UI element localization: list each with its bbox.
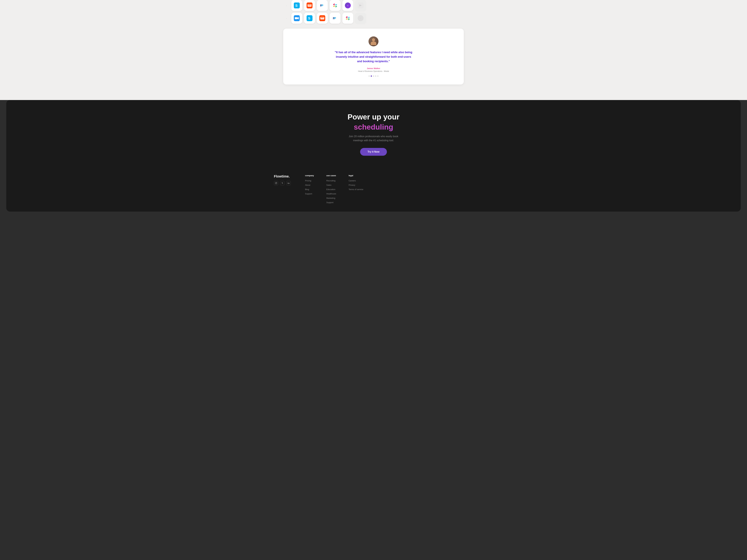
footer-col-legal: legal Careers Privacy Terms of service (349, 175, 363, 205)
orange-app-icon-cell-2 (317, 13, 328, 24)
svg-rect-24 (321, 18, 324, 18)
svg-text:P: P (334, 17, 336, 20)
terms-link[interactable]: Terms of service (349, 188, 363, 191)
footer-link-blog[interactable]: Blog (305, 188, 314, 191)
svg-point-36 (276, 183, 277, 184)
try-it-now-button[interactable]: Try it Now (360, 148, 387, 156)
footer-link-marketing[interactable]: Marketing (326, 196, 336, 199)
orange-app-icon-cell (304, 0, 315, 11)
instagram-icon[interactable] (274, 181, 278, 185)
icon-row-1: › S (283, 0, 464, 11)
svg-rect-30 (348, 18, 349, 20)
avatar (368, 36, 379, 46)
about-link[interactable]: About (305, 184, 310, 186)
svg-rect-32 (348, 17, 350, 18)
dot-5 (377, 76, 379, 77)
svg-rect-10 (336, 5, 336, 7)
careers-link[interactable]: Careers (349, 180, 356, 182)
svg-rect-9 (334, 3, 335, 5)
marketing-link[interactable]: Marketing (326, 197, 335, 199)
privacy-link[interactable]: Privacy (349, 184, 355, 186)
footer-col-use-cases: Use cases Recruiting Sales Education Hea… (326, 175, 336, 205)
footer-col-company-list: Pricing About Blog Support (305, 179, 314, 195)
footer-link-recruiting[interactable]: Recruiting (326, 179, 336, 182)
icon-row-2: › S (283, 13, 464, 24)
svg-rect-35 (275, 182, 277, 184)
footer-link-privacy[interactable]: Privacy (349, 184, 363, 186)
arrow-faded-icon-cell: › (355, 13, 366, 24)
testimonial-card: "It has all of the advanced features I n… (283, 29, 464, 84)
support-usecase-link[interactable]: Support (326, 201, 334, 204)
svg-rect-28 (345, 15, 351, 21)
svg-rect-31 (346, 19, 348, 20)
svg-rect-34 (349, 19, 350, 20)
footer-link-education[interactable]: Education (326, 188, 336, 191)
svg-rect-12 (335, 4, 337, 5)
svg-text:S: S (308, 16, 310, 20)
footer-link-healthcare[interactable]: Healthcare (326, 192, 336, 195)
arrow-button-icon-cell: › (342, 0, 353, 11)
testimonial-author-name: James Walker (292, 67, 455, 70)
footer-links: Company Pricing About Blog Support Use c… (305, 175, 473, 205)
svg-rect-18 (295, 17, 298, 19)
footer-col-company-heading: Company (305, 175, 314, 177)
support-link[interactable]: Support (305, 193, 312, 195)
dot-2 (371, 76, 372, 77)
cta-subtitle: Join 20 million professionals who easily… (274, 134, 473, 142)
svg-rect-11 (333, 6, 335, 7)
testimonial-author-title: Head of Business Operations · Modal (292, 70, 455, 72)
dot-4 (375, 76, 376, 77)
pricing-link[interactable]: Pricing (305, 180, 311, 182)
footer-col-company: Company Pricing About Blog Support (305, 175, 314, 205)
footer-social: 𝕏 (274, 181, 296, 185)
footer-col-use-cases-list: Recruiting Sales Education Healthcare Ma… (326, 179, 336, 204)
testimonial-quote: "It has all of the advanced features I n… (333, 50, 414, 63)
slack-icon-cell-2 (342, 13, 353, 24)
paypal-icon-cell-2: P P (330, 13, 340, 24)
svg-rect-14 (336, 6, 337, 7)
arrow-icon: › (345, 2, 351, 8)
svg-rect-8 (332, 2, 338, 8)
left-arrow-faded-2: › (283, 13, 289, 24)
footer-col-legal-heading: legal (349, 175, 363, 177)
blog-link[interactable]: Blog (305, 188, 309, 191)
cta-section: Power up your scheduling Join 20 million… (6, 100, 741, 165)
footer-logo: Flowtime. (274, 175, 296, 179)
bottom-padding (0, 212, 747, 221)
dot-3 (373, 76, 374, 77)
sales-link[interactable]: Sales (326, 184, 332, 186)
footer-link-terms[interactable]: Terms of service (349, 188, 363, 191)
svg-point-38 (288, 182, 288, 183)
cta-title-line2: scheduling (274, 123, 473, 131)
footer-link-support[interactable]: Support (305, 192, 314, 195)
left-arrow-faded: › (283, 0, 289, 11)
svg-text:P: P (321, 4, 324, 7)
footer-link-about[interactable]: About (305, 184, 314, 186)
svg-rect-3 (308, 4, 311, 7)
recruiting-link[interactable]: Recruiting (326, 180, 336, 182)
healthcare-link[interactable]: Healthcare (326, 193, 336, 195)
svg-rect-13 (333, 4, 334, 5)
footer-col-legal-list: Careers Privacy Terms of service (349, 179, 363, 191)
paypal-icon-cell: P P (317, 0, 328, 11)
testimonial-section: "It has all of the advanced features I n… (274, 29, 473, 94)
footer-link-sales[interactable]: Sales (326, 184, 336, 186)
svg-rect-23 (320, 17, 324, 20)
skype-icon-cell: S (291, 0, 302, 11)
video-icon-cell (355, 0, 366, 11)
footer: Flowtime. 𝕏 (6, 165, 741, 212)
education-link[interactable]: Education (326, 188, 335, 191)
cta-title-line1: Power up your (274, 112, 473, 122)
footer-inner: Flowtime. 𝕏 (274, 175, 473, 205)
svg-rect-4 (308, 5, 311, 5)
footer-link-pricing[interactable]: Pricing (305, 179, 314, 182)
footer-col-use-cases-heading: Use cases (326, 175, 336, 177)
footer-link-support-usecase[interactable]: Support (326, 201, 336, 204)
svg-text:S: S (295, 4, 298, 7)
footer-link-careers[interactable]: Careers (349, 179, 363, 182)
skype-icon-cell-2: S (304, 13, 315, 24)
svg-rect-29 (346, 16, 347, 18)
linkedin-icon[interactable] (286, 181, 291, 185)
top-section: › S (0, 0, 747, 100)
twitter-icon[interactable]: 𝕏 (280, 181, 284, 185)
